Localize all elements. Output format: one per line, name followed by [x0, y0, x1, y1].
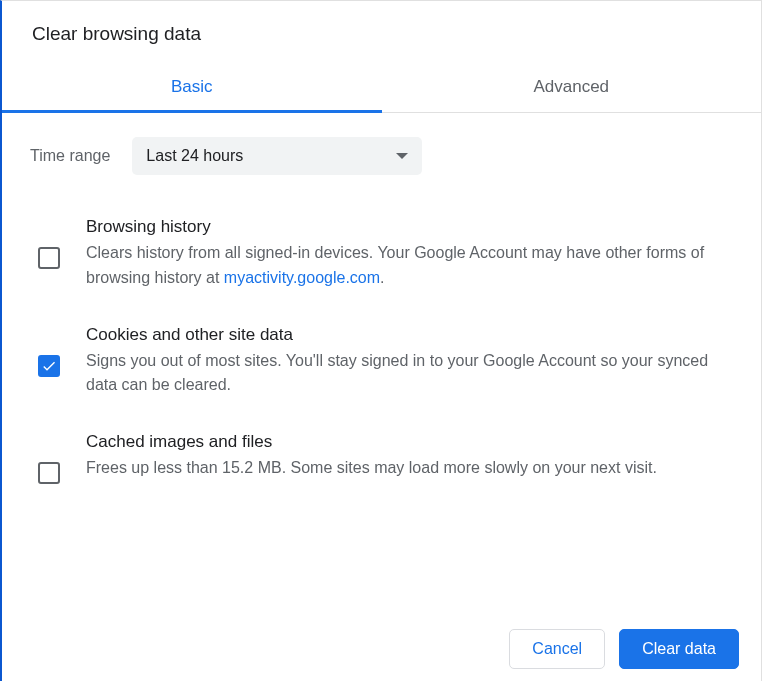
time-range-value: Last 24 hours: [146, 147, 243, 165]
tab-advanced[interactable]: Advanced: [382, 63, 762, 112]
option-cookies: Cookies and other site data Signs you ou…: [30, 315, 733, 423]
clear-browsing-data-dialog: Clear browsing data Basic Advanced Time …: [2, 1, 761, 681]
option-title: Cached images and files: [86, 432, 733, 452]
time-range-select[interactable]: Last 24 hours: [132, 137, 422, 175]
option-body: Cached images and files Frees up less th…: [86, 432, 733, 481]
tab-advanced-label: Advanced: [533, 77, 609, 96]
checkmark-icon: [41, 358, 57, 374]
tabs: Basic Advanced: [2, 63, 761, 113]
option-desc-text: Clears history from all signed-in device…: [86, 244, 704, 286]
dialog-title: Clear browsing data: [2, 1, 761, 63]
clear-data-button[interactable]: Clear data: [619, 629, 739, 669]
cancel-button[interactable]: Cancel: [509, 629, 605, 669]
checkbox-browsing-history[interactable]: [38, 247, 60, 269]
option-desc-after: .: [380, 269, 384, 286]
option-body: Cookies and other site data Signs you ou…: [86, 325, 733, 399]
option-title: Cookies and other site data: [86, 325, 733, 345]
dialog-body: Time range Last 24 hours Browsing histor…: [2, 113, 761, 611]
time-range-row: Time range Last 24 hours: [30, 137, 733, 175]
option-desc: Clears history from all signed-in device…: [86, 241, 733, 291]
tab-basic[interactable]: Basic: [2, 63, 382, 112]
dropdown-caret-icon: [396, 153, 408, 159]
option-title: Browsing history: [86, 217, 733, 237]
option-cache: Cached images and files Frees up less th…: [30, 422, 733, 508]
option-desc: Frees up less than 15.2 MB. Some sites m…: [86, 456, 733, 481]
checkbox-cookies[interactable]: [38, 355, 60, 377]
option-desc: Signs you out of most sites. You'll stay…: [86, 349, 733, 399]
myactivity-link[interactable]: myactivity.google.com: [224, 269, 380, 286]
tab-basic-label: Basic: [171, 77, 213, 96]
checkbox-cache[interactable]: [38, 462, 60, 484]
option-body: Browsing history Clears history from all…: [86, 217, 733, 291]
dialog-footer: Cancel Clear data: [2, 611, 761, 681]
time-range-label: Time range: [30, 147, 110, 165]
option-browsing-history: Browsing history Clears history from all…: [30, 207, 733, 315]
